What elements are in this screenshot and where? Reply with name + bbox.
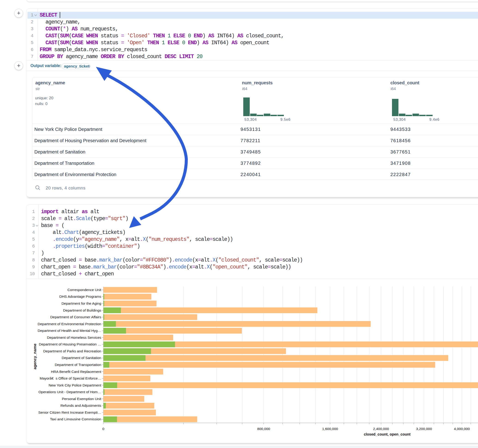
svg-text:New York City Police Departmen: New York City Police Department bbox=[49, 383, 101, 387]
svg-text:DHS Advantage Programs: DHS Advantage Programs bbox=[59, 294, 101, 299]
svg-text:Department of Transportation: Department of Transportation bbox=[55, 363, 101, 367]
svg-text:800,000: 800,000 bbox=[257, 427, 270, 431]
svg-text:2,400,000: 2,400,000 bbox=[373, 427, 389, 431]
svg-text:Refunds and Adjustments: Refunds and Adjustments bbox=[60, 404, 101, 407]
svg-text:Department of Consumer Affairs: Department of Consumer Affairs bbox=[50, 315, 101, 319]
svg-text:Senior Citizen Rent Increase E: Senior Citizen Rent Increase Exempti… bbox=[38, 411, 101, 414]
svg-text:Department of Buildings: Department of Buildings bbox=[63, 308, 101, 312]
svg-text:Mayorâ€ s Office of Special E: Mayorâ€ s Office of Special Enforce… bbox=[40, 376, 101, 380]
svg-text:Department of Housing Preserva: Department of Housing Preservation … bbox=[39, 342, 101, 346]
svg-text:4,000,000: 4,000,000 bbox=[454, 427, 470, 431]
svg-text:Department of Environmental Pr: Department of Environmental Protection bbox=[38, 322, 101, 326]
svg-text:Taxi and Limousine Commission: Taxi and Limousine Commission bbox=[50, 417, 101, 421]
svg-text:agency_name: agency_name bbox=[33, 344, 37, 369]
svg-text:Department of Health and Menta: Department of Health and Mental Hyg… bbox=[38, 329, 101, 333]
svg-text:1,600,000: 1,600,000 bbox=[322, 427, 338, 431]
svg-text:Correspondence Unit: Correspondence Unit bbox=[68, 288, 101, 292]
svg-text:3,200,000: 3,200,000 bbox=[416, 427, 432, 431]
svg-text:Operations Unit - Department o: Operations Unit - Department of Hom… bbox=[38, 390, 101, 394]
svg-text:Department of Parks and Recrea: Department of Parks and Recreation bbox=[43, 349, 101, 353]
svg-text:0: 0 bbox=[102, 427, 104, 431]
svg-text:Department for the Aging: Department for the Aging bbox=[62, 301, 101, 305]
svg-text:Personal Exemption Unit: Personal Exemption Unit bbox=[62, 397, 101, 401]
svg-text:HRA Benefit Card Replacement: HRA Benefit Card Replacement bbox=[51, 370, 101, 373]
svg-text:Department of Homeless Service: Department of Homeless Services bbox=[47, 336, 101, 339]
svg-text:closed_count, open_count: closed_count, open_count bbox=[364, 432, 411, 436]
svg-text:Department of Sanitation: Department of Sanitation bbox=[62, 356, 101, 360]
